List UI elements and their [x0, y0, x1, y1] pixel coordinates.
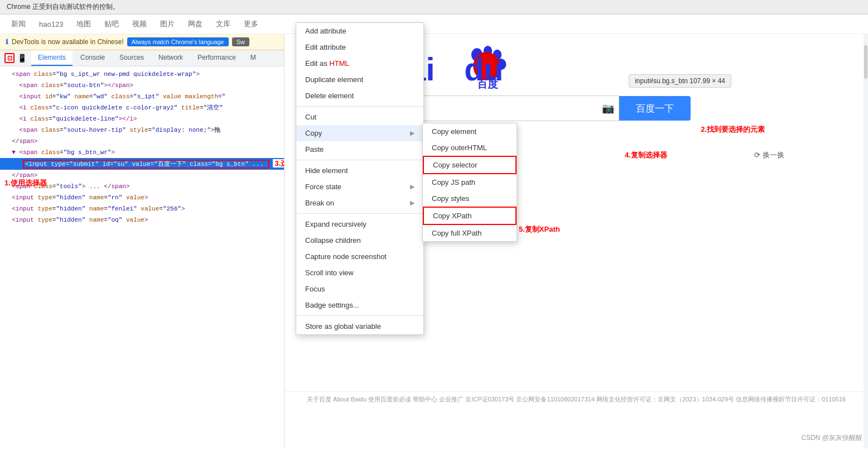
tab-console[interactable]: Console — [74, 50, 112, 66]
footer-text: 关于百度 About Baidu 使用百度前必读 帮助中心 企业推广 京ICP证… — [307, 396, 846, 403]
automation-notice: Chrome 正受到自动测试软件的控制。 — [7, 3, 119, 11]
elements-panel: 1.使用选择器 <span class="bg s_ipt_wr new-pmd… — [0, 66, 284, 448]
swap-link[interactable]: ⟳ 换一换 — [754, 150, 784, 160]
copy-submenu: Copy element Copy outerHTML Copy selecto… — [422, 123, 517, 242]
devtools-banner-text: DevTools is now available in Chinese! — [12, 38, 124, 46]
element-tooltip: input#su.bg.s_btn 107.99 × 44 — [629, 74, 731, 88]
csdn-watermark: CSDN @灰灰快醒醒 — [801, 433, 862, 443]
sub-copy-js-path[interactable]: Copy JS path — [423, 174, 517, 190]
tab-more[interactable]: M — [244, 50, 263, 66]
nav-image[interactable]: 图片 — [160, 19, 175, 29]
sub-copy-styles[interactable]: Copy styles — [423, 190, 517, 207]
svg-text:百度: 百度 — [477, 78, 499, 90]
step3-label: 3.选择对应语句 — [273, 159, 284, 167]
elem-line-1: <span class="bg s_ipt_wr new-pmd quickde… — [0, 69, 284, 80]
html-highlight: HTML — [329, 59, 349, 68]
ctx-cut[interactable]: Cut — [296, 109, 423, 125]
top-bar: Chrome 正受到自动测试软件的控制。 — [0, 0, 868, 15]
search-button[interactable]: 百度一下 — [619, 96, 691, 121]
nav-bar: 新闻 hao123 地图 贴吧 视频 图片 网盘 文库 更多 — [0, 15, 868, 34]
force-state-arrow-icon: ▶ — [410, 183, 414, 190]
sub-copy-element[interactable]: Copy element — [423, 123, 517, 140]
elem-line-7: </span> — [0, 136, 284, 147]
step2-annotation: 2.找到要选择的元素 — [701, 125, 765, 135]
copy-arrow-icon: ▶ — [410, 130, 414, 137]
ctx-copy[interactable]: Copy ▶ — [296, 125, 423, 141]
ctx-scroll[interactable]: Scroll into view — [296, 265, 423, 281]
tab-elements[interactable]: Elements — [31, 50, 73, 66]
selector-icon[interactable]: ⊡ — [4, 53, 15, 63]
ctx-force-state[interactable]: Force state ▶ — [296, 179, 423, 195]
ctx-capture[interactable]: Capture node screenshot — [296, 248, 423, 265]
elem-line-6: <span class="soutu-hover-tip" style="dis… — [0, 125, 284, 136]
nav-news[interactable]: 新闻 — [11, 19, 26, 29]
scrollbar-thumb[interactable] — [864, 45, 867, 79]
ctx-hide[interactable]: Hide element — [296, 162, 423, 179]
elem-line-selected[interactable]: <input type="submit" id="su" value="百度一下… — [0, 158, 284, 170]
elem-line-8: ▼ <span class="bg s_btn_wr"> — [0, 147, 284, 158]
context-menu: Add attribute Edit attribute Edit as HTM… — [296, 22, 424, 335]
ctx-add-attribute[interactable]: Add attribute — [296, 23, 423, 39]
devtools-panel: ℹ DevTools is now available in Chinese! … — [0, 34, 284, 448]
ctx-focus[interactable]: Focus — [296, 281, 423, 297]
info-icon: ℹ — [6, 38, 8, 46]
elem-line-11: <input type="hidden" name="rn" value> — [0, 192, 284, 203]
ctx-edit-attribute[interactable]: Edit attribute — [296, 39, 423, 55]
sw-button[interactable]: Sw — [232, 37, 249, 46]
ctx-collapse[interactable]: Collapse children — [296, 232, 423, 248]
nav-more[interactable]: 更多 — [244, 19, 258, 29]
sub-copy-xpath[interactable]: Copy XPath — [423, 207, 517, 225]
scrollbar[interactable] — [864, 34, 868, 448]
device-icon[interactable]: 📱 — [17, 53, 27, 63]
elem-line-13: <input type="hidden" name="oq" value> — [0, 214, 284, 226]
ctx-badge[interactable]: Badge settings... — [296, 297, 423, 313]
tab-network[interactable]: Network — [152, 50, 190, 66]
break-on-arrow-icon: ▶ — [410, 199, 414, 207]
ctx-global-var[interactable]: Store as global variable — [296, 318, 423, 334]
ctx-delete[interactable]: Delete element — [296, 88, 423, 104]
nav-map[interactable]: 地图 — [76, 19, 91, 29]
ctx-duplicate[interactable]: Duplicate element — [296, 71, 423, 88]
sub-copy-outerhtml[interactable]: Copy outerHTML — [423, 140, 517, 156]
nav-library[interactable]: 文库 — [216, 19, 230, 29]
nav-tieba[interactable]: 贴吧 — [104, 19, 119, 29]
elem-line-12: <input type="hidden" name="fenlei" value… — [0, 203, 284, 214]
tab-performance[interactable]: Performance — [191, 50, 243, 66]
elem-line-4: <i class="c-icon quickdelete c-color-gra… — [0, 102, 284, 113]
elem-line-9: </span> — [0, 170, 284, 181]
camera-icon[interactable]: 📷 — [597, 102, 619, 114]
lang-match-button[interactable]: Always match Chrome's language — [127, 37, 229, 46]
ctx-break-on[interactable]: Break on ▶ — [296, 195, 423, 211]
sub-copy-full-xpath[interactable]: Copy full XPath — [423, 225, 517, 241]
devtools-tab-bar: ⊡ 📱 Elements Console Sources Network Per… — [0, 50, 284, 66]
nav-hao123[interactable]: hao123 — [39, 20, 63, 28]
ctx-expand[interactable]: Expand recursively — [296, 216, 423, 232]
ctx-paste[interactable]: Paste — [296, 141, 423, 157]
devtools-banner: ℹ DevTools is now available in Chinese! … — [0, 34, 284, 50]
elem-line-10: <span class="tools"> ... </span> — [0, 181, 284, 192]
tab-sources[interactable]: Sources — [113, 50, 151, 66]
sub-copy-selector[interactable]: Copy selector — [423, 156, 517, 174]
footer: 关于百度 About Baidu 使用百度前必读 帮助中心 企业推广 京ICP证… — [284, 391, 868, 404]
nav-netdisk[interactable]: 网盘 — [188, 19, 202, 29]
ctx-edit-html[interactable]: Edit as HTML — [296, 55, 423, 71]
selected-element-code: <input type="submit" id="su" value="百度一下… — [23, 160, 269, 169]
nav-video[interactable]: 视频 — [132, 19, 147, 29]
elem-line-3: <input id="kw" name="wd" class="s_ipt" v… — [0, 91, 284, 102]
elem-line-2: <span class="soutu-btn"></span> — [0, 80, 284, 91]
step5-annotation: 5.复制XPath — [519, 224, 560, 234]
elem-line-5: <i class="quickdelete-line"></i> — [0, 113, 284, 125]
step4-annotation: 4.复制选择器 — [625, 150, 667, 160]
